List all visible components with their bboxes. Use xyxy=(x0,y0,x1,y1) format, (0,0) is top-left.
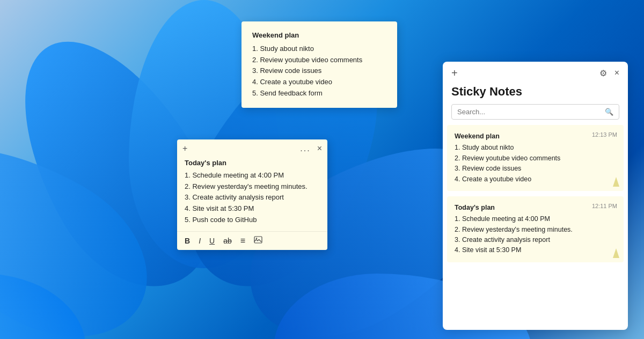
search-icon: 🔍 xyxy=(605,108,613,116)
note-line-3: 3. Review code issues xyxy=(252,65,386,77)
editor-titlebar-right: ... × xyxy=(300,144,322,153)
add-note-icon[interactable]: + xyxy=(182,144,187,153)
panel-note-line-1-2: 2. Review youtube video comments xyxy=(455,153,616,164)
sticky-notes-panel: + ⚙ × Sticky Notes 🔍 12:13 PM Weekend pl… xyxy=(443,62,628,330)
editor-line-4: 4. Site visit at 5:30 PM xyxy=(185,203,320,215)
italic-button[interactable]: I xyxy=(199,237,201,245)
note-corner-fold-1 xyxy=(613,177,619,187)
panel-note-card-1[interactable]: 12:13 PM Weekend plan 1. Study about nik… xyxy=(447,125,624,191)
list-button[interactable]: ≡ xyxy=(240,236,245,246)
panel-note-line-2-3: 3. Create activity analysis report xyxy=(455,235,616,245)
panel-note-line-2-1: 1. Schedule meeting at 4:00 PM xyxy=(455,214,616,224)
panel-notes-list: 12:13 PM Weekend plan 1. Study about nik… xyxy=(443,125,628,330)
panel-add-icon[interactable]: + xyxy=(451,67,458,79)
underline-button[interactable]: U xyxy=(209,237,215,245)
panel-settings-icon[interactable]: ⚙ xyxy=(599,68,607,78)
svg-marker-3 xyxy=(613,248,619,258)
note-title: Weekend plan xyxy=(252,30,386,41)
search-input[interactable] xyxy=(457,108,605,116)
panel-note-line-1-4: 4. Create a youtube video xyxy=(455,174,616,185)
panel-close-icon[interactable]: × xyxy=(614,68,619,78)
svg-rect-0 xyxy=(254,237,262,243)
editor-titlebar: + ... × xyxy=(177,139,327,156)
editor-toolbar: B I U ab ≡ xyxy=(177,231,327,250)
panel-title: Sticky Notes xyxy=(443,83,628,104)
editor-title: Today's plan xyxy=(185,158,320,169)
bold-button[interactable]: B xyxy=(185,237,190,245)
note-line-4: 4. Create a youtube video xyxy=(252,77,386,88)
editor-titlebar-left: + xyxy=(182,144,187,153)
note-line-5: 5. Send feedback form xyxy=(252,88,386,99)
panel-note-card-2[interactable]: 12:11 PM Today's plan 1. Schedule meetin… xyxy=(447,196,624,262)
panel-search-bar[interactable]: 🔍 xyxy=(451,104,619,120)
panel-note-line-2-2: 2. Review yesterday's meeting minutes. xyxy=(455,225,616,235)
editor-line-5: 5. Push code to GitHub xyxy=(185,215,320,226)
strikethrough-button[interactable]: ab xyxy=(223,237,232,245)
editor-line-2: 2. Review yesterday's meeting minutes. xyxy=(185,181,320,193)
editor-line-3: 3. Create activity analysis report xyxy=(185,192,320,203)
note-line-1: 1. Study about nikto xyxy=(252,43,386,55)
note-time-2: 12:11 PM xyxy=(592,202,617,211)
sticky-note-weekend[interactable]: Weekend plan 1. Study about nikto 2. Rev… xyxy=(241,21,397,108)
panel-titlebar-right: ⚙ × xyxy=(599,68,619,78)
panel-titlebar: + ⚙ × xyxy=(443,62,628,83)
panel-note-line-1-3: 3. Review code issues xyxy=(455,164,616,174)
editor-content[interactable]: Today's plan 1. Schedule meeting at 4:00… xyxy=(177,156,327,231)
svg-point-1 xyxy=(256,238,257,239)
sticky-note-editor[interactable]: + ... × Today's plan 1. Schedule meeting… xyxy=(177,139,327,250)
panel-note-line-1-1: 1. Study about nikto xyxy=(455,143,616,153)
note-time-1: 12:13 PM xyxy=(592,130,617,139)
editor-line-1: 1. Schedule meeting at 4:00 PM xyxy=(185,170,320,181)
note-line-2: 2. Review youtube video comments xyxy=(252,55,386,66)
close-icon[interactable]: × xyxy=(317,144,322,153)
image-button[interactable] xyxy=(254,236,262,245)
more-options-icon[interactable]: ... xyxy=(300,144,310,153)
panel-note-line-2-4: 4. Site visit at 5:30 PM xyxy=(455,245,616,255)
note-corner-fold-2 xyxy=(613,248,619,258)
svg-marker-2 xyxy=(613,177,619,187)
